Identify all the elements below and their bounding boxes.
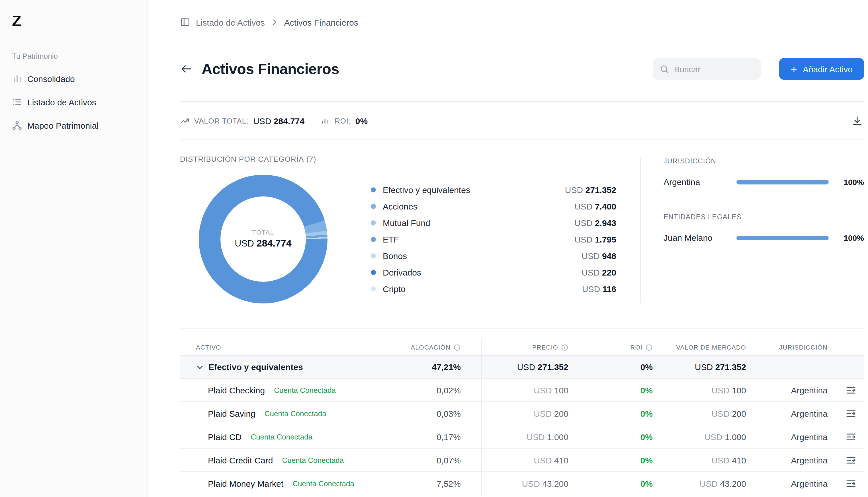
asset-table: ACTIVO ALOCACIÓN PRECIO ROI VALOR DE MER… bbox=[180, 339, 864, 495]
row-detail-icon[interactable] bbox=[845, 432, 856, 441]
entities-heading: ENTIDADES LEGALES bbox=[663, 213, 864, 221]
asset-valor: USD 200 bbox=[711, 409, 746, 418]
add-asset-button[interactable]: + Añadir Activo bbox=[780, 58, 864, 80]
column-header-valor-de-mercado: VALOR DE MERCADO bbox=[663, 339, 756, 355]
asset-alocacion: 0,07% bbox=[437, 455, 461, 465]
sidebar-item-mapeo-patrimonial[interactable]: Mapeo Patrimonial bbox=[12, 120, 147, 130]
info-icon[interactable] bbox=[561, 344, 569, 351]
row-detail-icon[interactable] bbox=[845, 456, 856, 464]
asset-valor: USD 43.200 bbox=[700, 479, 746, 488]
legend-dot bbox=[371, 253, 376, 258]
app-logo[interactable]: Z bbox=[12, 14, 147, 29]
legend-dot bbox=[371, 270, 376, 275]
legend-dot bbox=[371, 187, 376, 192]
table-row[interactable]: Plaid Saving Cuenta Conectada 0,03% USD … bbox=[180, 402, 864, 425]
asset-precio: USD 1.000 bbox=[527, 432, 569, 441]
search-icon bbox=[660, 64, 670, 74]
download-icon bbox=[852, 115, 864, 126]
column-header-activo: ACTIVO bbox=[180, 339, 377, 355]
sidebar-item-consolidado[interactable]: Consolidado bbox=[12, 73, 147, 84]
jurisdiction-row: Argentina 100% bbox=[663, 177, 864, 187]
entity-row: Juan Melano 100% bbox=[663, 233, 864, 242]
legend-item[interactable]: Cripto USD 116 bbox=[371, 280, 616, 297]
legend-label: Cripto bbox=[383, 284, 406, 294]
page-header: Activos Financieros + Añadir Activo bbox=[180, 58, 864, 80]
donut-center-amount: 284.774 bbox=[256, 238, 292, 249]
legend-amount: 271.352 bbox=[586, 185, 616, 195]
legend-item[interactable]: Mutual Fund USD 2.943 bbox=[371, 214, 616, 231]
panel-toggle-icon[interactable] bbox=[180, 17, 190, 27]
asset-valor: USD 410 bbox=[711, 455, 746, 465]
info-icon[interactable] bbox=[645, 344, 653, 351]
donut-center-currency: USD bbox=[235, 239, 254, 248]
asset-jurisdiccion: Argentina bbox=[791, 455, 828, 465]
summary-bar: VALOR TOTAL: USD 284.774 ROI: 0% bbox=[180, 101, 864, 140]
sidebar-item-listado-de-activos[interactable]: Listado de Activos bbox=[12, 97, 147, 107]
legend-amount: 7.400 bbox=[595, 201, 616, 211]
entity-label: Juan Melano bbox=[663, 233, 737, 242]
asset-valor: USD 1.000 bbox=[704, 432, 746, 441]
asset-alocacion: 0,17% bbox=[437, 432, 461, 441]
roi-label: ROI: bbox=[335, 116, 351, 125]
entity-percent: 100% bbox=[839, 233, 864, 242]
asset-jurisdiccion: Argentina bbox=[791, 479, 828, 488]
legend-item[interactable]: Bonos USD 948 bbox=[371, 247, 616, 264]
row-detail-icon[interactable] bbox=[845, 479, 856, 487]
asset-alocacion: 7,52% bbox=[437, 479, 461, 488]
table-row[interactable]: Plaid CD Cuenta Conectada 0,17% USD 1.00… bbox=[180, 425, 864, 449]
asset-precio: USD 200 bbox=[534, 409, 569, 418]
back-button[interactable] bbox=[180, 61, 195, 76]
search-box bbox=[653, 58, 761, 80]
connected-account-badge: Cuenta Conectada bbox=[265, 409, 326, 417]
column-header-jurisdiccion: JURISDICCIÓN bbox=[756, 339, 838, 355]
asset-roi: 0% bbox=[641, 455, 653, 465]
asset-roi: 0% bbox=[641, 409, 653, 418]
legend-currency: USD bbox=[582, 251, 600, 260]
group-roi: 0% bbox=[641, 362, 653, 372]
search-input[interactable] bbox=[674, 64, 754, 74]
legend-label: Derivados bbox=[383, 267, 421, 277]
column-header-precio: PRECIO bbox=[482, 339, 579, 355]
legend-currency: USD bbox=[574, 234, 592, 244]
breadcrumb-parent[interactable]: Listado de Activos bbox=[196, 17, 265, 27]
asset-roi: 0% bbox=[641, 385, 653, 395]
legend-dot bbox=[371, 220, 376, 225]
chevron-right-icon bbox=[270, 18, 279, 26]
asset-name: Plaid Saving bbox=[208, 409, 255, 418]
sidebar-item-label: Mapeo Patrimonial bbox=[27, 120, 99, 130]
legend-currency: USD bbox=[574, 218, 592, 227]
asset-precio: USD 410 bbox=[534, 455, 569, 465]
legend-item[interactable]: Derivados USD 220 bbox=[371, 264, 616, 280]
legend-label: Bonos bbox=[383, 251, 407, 260]
legend-item[interactable]: Acciones USD 7.400 bbox=[371, 198, 616, 214]
connected-account-badge: Cuenta Conectada bbox=[293, 479, 354, 487]
category-count: (7) bbox=[306, 155, 317, 164]
total-value-stat: VALOR TOTAL: USD 284.774 bbox=[180, 116, 305, 126]
legend-item[interactable]: ETF USD 1.795 bbox=[371, 231, 616, 247]
group-precio: USD 271.352 bbox=[517, 362, 569, 372]
table-row[interactable]: Plaid Checking Cuenta Conectada 0,02% US… bbox=[180, 379, 864, 402]
chevron-down-icon[interactable] bbox=[196, 363, 204, 371]
asset-roi: 0% bbox=[641, 479, 653, 488]
info-icon[interactable] bbox=[453, 344, 461, 351]
download-button[interactable] bbox=[852, 114, 864, 127]
category-group-row[interactable]: Efectivo y equivalentes 47,21% USD 271.3… bbox=[180, 355, 864, 379]
sidebar: Z Tu Patrimonio Consolidado Listado de A… bbox=[0, 0, 148, 497]
group-name: Efectivo y equivalentes bbox=[208, 362, 303, 372]
legend-label: Mutual Fund bbox=[383, 218, 430, 227]
progress-bar bbox=[737, 180, 829, 184]
legend-amount: 2.943 bbox=[595, 218, 616, 227]
legend-dot bbox=[371, 237, 376, 242]
legend-item[interactable]: Efectivo y equivalentes USD 271.352 bbox=[371, 181, 616, 198]
table-row[interactable]: Plaid Credit Card Cuenta Conectada 0,07%… bbox=[180, 449, 864, 472]
row-detail-icon[interactable] bbox=[845, 386, 856, 394]
asset-jurisdiccion: Argentina bbox=[791, 409, 828, 418]
group-valor: USD 271.352 bbox=[695, 362, 746, 372]
hierarchy-icon bbox=[12, 120, 22, 130]
sidebar-item-label: Consolidado bbox=[27, 74, 75, 83]
table-row[interactable]: Plaid Money Market Cuenta Conectada 7,52… bbox=[180, 472, 864, 495]
total-value-label: VALOR TOTAL: bbox=[194, 116, 249, 125]
row-detail-icon[interactable] bbox=[845, 409, 856, 417]
connected-account-badge: Cuenta Conectada bbox=[274, 386, 336, 394]
total-value-currency: USD bbox=[253, 116, 271, 126]
